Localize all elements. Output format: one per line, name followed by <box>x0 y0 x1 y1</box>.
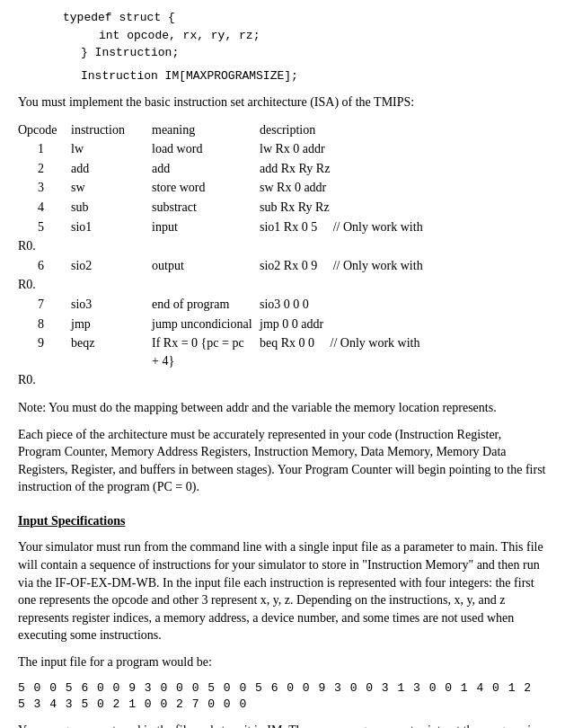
cell-opcode: 3 <box>18 178 67 198</box>
cell-instruction: sio3 <box>67 295 148 315</box>
code-line-2: int opcode, rx, ry, rz; <box>18 27 547 45</box>
note-text: Note: You must do the mapping between ad… <box>18 399 547 417</box>
input-text-3: Your program must read in the file and s… <box>18 722 547 728</box>
mono-code-line: 5 0 0 5 6 0 0 9 3 0 0 0 5 0 0 5 6 0 0 9 … <box>18 680 547 713</box>
table-row: 2 add add add Rx Ry Rz <box>18 159 547 179</box>
cell-instruction: jmp <box>67 315 148 334</box>
col-meaning: meaning <box>148 120 256 140</box>
table-row: 7 sio3 end of program sio3 0 0 0 <box>18 295 547 315</box>
cell-meaning: If Rx = 0 {pc = pc + 4} <box>148 333 256 370</box>
table-row: 6 sio2 output sio2 Rx 0 9 // Only work w… <box>18 256 547 276</box>
cell-meaning: add <box>148 159 256 179</box>
cell-opcode: 7 <box>18 295 67 315</box>
code-line-1: typedef struct { <box>18 9 547 27</box>
cell-description: jmp 0 0 addr <box>256 315 547 334</box>
cell-r0: R0. <box>18 275 547 295</box>
col-description: description <box>256 120 547 140</box>
table-row: 8 jmp jump uncondicional jmp 0 0 addr <box>18 315 547 334</box>
cell-description: add Rx Ry Rz <box>256 159 547 179</box>
cell-opcode: 2 <box>18 159 67 179</box>
cell-description: sio3 0 0 0 <box>256 295 547 315</box>
cell-description: sio1 Rx 0 5 // Only work with <box>256 218 547 237</box>
table-header-row: Opcode instruction meaning description <box>18 120 547 140</box>
cell-opcode: 8 <box>18 315 67 334</box>
cell-description: sio2 Rx 0 9 // Only work with <box>256 256 547 276</box>
cell-description: lw Rx 0 addr <box>256 139 547 159</box>
cell-instruction: sub <box>67 198 148 218</box>
cell-opcode: 9 <box>18 333 67 370</box>
table-row: 9 beqz If Rx = 0 {pc = pc + 4} beq Rx 0 … <box>18 333 547 370</box>
cell-instruction: sio1 <box>67 218 148 237</box>
architecture-para: Each piece of the architecture must be a… <box>18 426 547 496</box>
cell-instruction: beqz <box>67 333 148 370</box>
architecture-text: Each piece of the architecture must be a… <box>18 426 547 496</box>
code-block: typedef struct { int opcode, rx, ry, rz;… <box>18 9 547 84</box>
isa-table: Opcode instruction meaning description 1… <box>18 120 547 390</box>
cell-instruction: add <box>67 159 148 179</box>
cell-opcode: 6 <box>18 256 67 276</box>
input-para-1: Your simulator must run from the command… <box>18 538 547 644</box>
cell-meaning: jump uncondicional <box>148 315 256 334</box>
cell-meaning: load word <box>148 139 256 159</box>
table-row: 3 sw store word sw Rx 0 addr <box>18 178 547 198</box>
isa-table-section: Opcode instruction meaning description 1… <box>18 120 547 390</box>
cell-meaning: substract <box>148 198 256 218</box>
input-spec-heading: Input Specifications <box>18 514 125 528</box>
input-spec-heading-container: Input Specifications <box>18 512 547 530</box>
code-line-3: } Instruction; <box>18 44 547 62</box>
cell-description: sub Rx Ry Rz <box>256 198 547 218</box>
cell-opcode: 1 <box>18 139 67 159</box>
cell-meaning: end of program <box>148 295 256 315</box>
input-text-1: Your simulator must run from the command… <box>18 538 547 644</box>
cell-description: beq Rx 0 0 // Only work with <box>256 333 547 370</box>
cell-instruction: lw <box>67 139 148 159</box>
cell-instruction: sw <box>67 178 148 198</box>
cell-description: sw Rx 0 addr <box>256 178 547 198</box>
table-row-continued: R0. <box>18 370 547 390</box>
input-para-2: The input file for a program would be: <box>18 653 547 671</box>
cell-meaning: output <box>148 256 256 276</box>
intro-paragraph: You must implement the basic instruction… <box>18 93 547 111</box>
table-row-continued: R0. <box>18 236 547 256</box>
cell-opcode: 4 <box>18 198 67 218</box>
table-row: 4 sub substract sub Rx Ry Rz <box>18 198 547 218</box>
cell-meaning: input <box>148 218 256 237</box>
note-section: Note: You must do the mapping between ad… <box>18 399 547 417</box>
cell-r0: R0. <box>18 370 547 390</box>
cell-meaning: store word <box>148 178 256 198</box>
code-line-4: Instruction IM[MAXPROGRAMSIZE]; <box>18 67 547 85</box>
table-row: 5 sio1 input sio1 Rx 0 5 // Only work wi… <box>18 218 547 237</box>
col-opcode: Opcode <box>18 120 67 140</box>
table-row: 1 lw load word lw Rx 0 addr <box>18 139 547 159</box>
input-para-3: Your program must read in the file and s… <box>18 722 547 728</box>
input-text-2: The input file for a program would be: <box>18 653 547 671</box>
cell-instruction: sio2 <box>67 256 148 276</box>
cell-r0: R0. <box>18 236 547 256</box>
col-instruction: instruction <box>67 120 148 140</box>
cell-opcode: 5 <box>18 218 67 237</box>
table-row-continued: R0. <box>18 275 547 295</box>
